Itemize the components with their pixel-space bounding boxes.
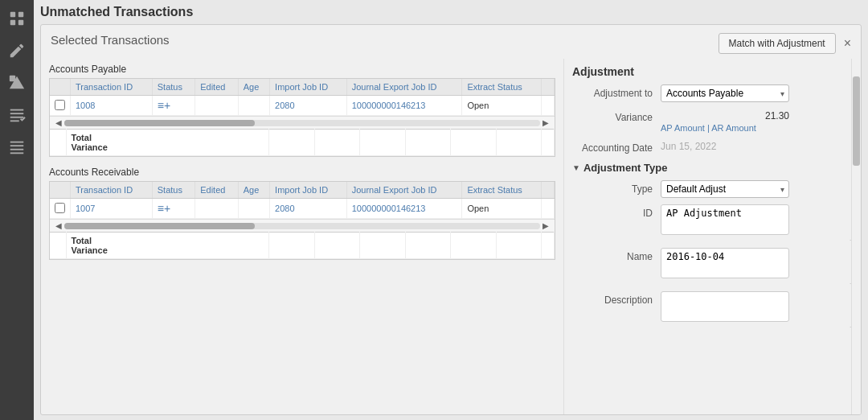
ar-scroll-left[interactable]: ◀ [53,221,64,230]
ar-row-status: ≡+ [152,199,194,219]
resize-handle-name: ⌟ [661,278,853,285]
ap-scrollbar[interactable] [64,120,540,126]
ap-tv-import [405,130,450,156]
ap-row-status: ≡+ [152,96,194,116]
svg-rect-2 [10,19,15,24]
ap-row-check[interactable] [50,96,71,116]
ar-col-transaction-id[interactable]: Transaction ID [71,182,153,199]
shapes-icon [8,74,26,94]
ap-col-import-job-id[interactable]: Import Job ID [270,79,347,96]
ap-header-row: Transaction ID Status Edited Age Import … [50,79,555,96]
match-adjustment-button[interactable]: Match with Adjustment [719,33,836,54]
svg-rect-12 [10,148,24,150]
resize-handle-id: ⌟ [661,234,853,241]
ap-row-extra [542,96,555,116]
ar-col-edited[interactable]: Edited [195,182,238,199]
ar-col-journal-export-job-id[interactable]: Journal Export Job ID [346,182,462,199]
ar-col-age[interactable]: Age [238,182,269,199]
ap-col-age[interactable]: Age [238,79,269,96]
ar-col-extract-status[interactable]: Extract Status [462,182,542,199]
svg-rect-3 [18,19,23,24]
ar-row-journal-export-job-id[interactable]: 100000000146213 [346,199,462,219]
adj-to-select[interactable]: Accounts Payable Accounts Receivable [661,84,789,102]
ap-ar-amount-link[interactable]: AP Amount | AR Amount [661,123,853,133]
resize-handle-desc: ⌟ [661,321,853,328]
ar-total-variance-row: TotalVariance [50,233,555,259]
ap-col-extract-status[interactable]: Extract Status [462,79,542,96]
adj-name-label: Name [572,248,661,262]
ar-row-age [238,199,269,219]
ap-scroll-right[interactable]: ▶ [540,118,551,127]
modal-body: Accounts Payable Transaction ID Status E… [41,59,861,414]
ap-section-label: Accounts Payable [49,64,555,75]
ap-row-import-job-id[interactable]: 2080 [270,96,347,116]
sidebar-item-edit[interactable] [2,37,31,66]
svg-rect-8 [10,116,24,117]
ar-row-check[interactable] [50,199,71,219]
ar-scroll-right[interactable]: ▶ [540,221,551,230]
adj-type-select-wrapper[interactable]: Default Adjust Manual Adjust [661,180,789,198]
ap-tv-label: TotalVariance [66,130,269,156]
ap-col-status[interactable]: Status [152,79,194,96]
adj-name-row: Name 2016-10-04 ⌟ [572,248,853,285]
ap-col-edited[interactable]: Edited [195,79,238,96]
adj-id-value: AP Adjustment ⌟ [661,204,853,241]
edit-icon [8,42,26,62]
ar-scrollbar[interactable] [64,223,540,229]
ap-col-journal-export-job-id[interactable]: Journal Export Job ID [346,79,462,96]
adj-desc-label: Description [572,291,661,306]
right-panel-scrollbar[interactable] [851,59,861,414]
ap-scroll-row: ◀ ▶ [50,116,555,129]
sidebar-item-listcheck[interactable] [2,101,31,130]
ap-col-check [50,79,71,96]
ar-table-wrapper: Transaction ID Status Edited Age Import … [49,181,555,260]
adj-variance-row: Variance 21.30 AP Amount | AR Amount [572,109,853,133]
ap-row-journal-export-job-id[interactable]: 100000000146213 [346,96,462,116]
ap-scroll-left[interactable]: ◀ [53,118,64,127]
ap-tv-extra [542,130,555,156]
ap-col-extra [542,79,555,96]
ar-total-table: TotalVariance [50,232,555,259]
sidebar [0,0,34,420]
ar-row-import-job-id[interactable]: 2080 [270,199,347,219]
adj-date-value: Jun 15, 2022 [661,139,853,154]
adj-id-textarea[interactable]: AP Adjustment [661,204,789,235]
adj-variance-number: 21.30 [661,109,789,123]
ap-tv-check [50,130,66,156]
ar-header-row: Transaction ID Status Edited Age Import … [50,182,555,199]
ar-row-extra [542,199,555,219]
adj-to-select-wrapper[interactable]: Accounts Payable Accounts Receivable [661,84,789,102]
adj-type-title-text: Adjustment Type [583,162,668,174]
ar-table: Transaction ID Status Edited Age Import … [50,182,555,219]
ap-tv-journal [451,130,496,156]
svg-rect-1 [18,11,23,16]
ar-row-transaction-id[interactable]: 1007 [71,199,153,219]
ar-col-import-job-id[interactable]: Import Job ID [270,182,347,199]
ar-tv-age [360,233,405,259]
ap-col-transaction-id[interactable]: Transaction ID [71,79,153,96]
ap-table-row: 1008 ≡+ 2080 100000000146213 Open [50,96,555,116]
sidebar-item-dashboard[interactable] [2,5,31,34]
ap-row-extract-status: Open [462,96,542,116]
modal-container: Selected Transactions Match with Adjustm… [40,24,862,415]
ar-row-extract-status: Open [462,199,542,219]
ar-scroll-row: ◀ ▶ [50,219,555,232]
adj-type-select[interactable]: Default Adjust Manual Adjust [661,180,789,198]
page-title: Unmatched Transactions [40,5,862,19]
modal-title: Selected Transactions [51,33,170,47]
sidebar-item-shapes[interactable] [2,69,31,98]
ap-row-transaction-id[interactable]: 1008 [71,96,153,116]
close-button[interactable]: × [844,37,851,50]
svg-rect-5 [10,75,15,80]
adj-date-label: Accounting Date [572,139,661,154]
svg-rect-0 [10,11,15,16]
sidebar-item-list[interactable] [2,134,31,163]
svg-rect-9 [10,120,19,121]
adj-desc-textarea[interactable] [661,291,789,322]
ap-total-variance-row: TotalVariance [50,130,555,156]
adj-date-row: Accounting Date Jun 15, 2022 [572,139,853,154]
adj-name-textarea[interactable]: 2016-10-04 [661,248,789,278]
ar-table-row: 1007 ≡+ 2080 100000000146213 Open [50,199,555,219]
ar-col-status[interactable]: Status [152,182,194,199]
ar-tv-check [50,233,66,259]
